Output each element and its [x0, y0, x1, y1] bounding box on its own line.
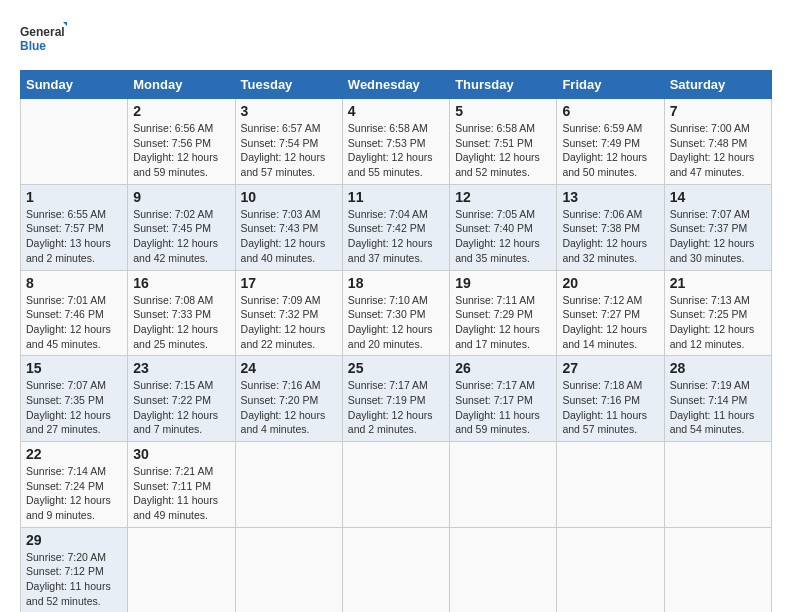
- day-info: Sunrise: 7:03 AM Sunset: 7:43 PM Dayligh…: [241, 207, 337, 266]
- day-info: Sunrise: 7:18 AM Sunset: 7:16 PM Dayligh…: [562, 378, 658, 437]
- day-number: 25: [348, 360, 444, 376]
- calendar-cell: 9Sunrise: 7:02 AM Sunset: 7:45 PM Daylig…: [128, 184, 235, 270]
- day-info: Sunrise: 6:58 AM Sunset: 7:53 PM Dayligh…: [348, 121, 444, 180]
- day-info: Sunrise: 6:59 AM Sunset: 7:49 PM Dayligh…: [562, 121, 658, 180]
- calendar-cell: [450, 527, 557, 612]
- calendar-cell: 2Sunrise: 6:56 AM Sunset: 7:56 PM Daylig…: [128, 99, 235, 185]
- day-number: 21: [670, 275, 766, 291]
- calendar-cell: 10Sunrise: 7:03 AM Sunset: 7:43 PM Dayli…: [235, 184, 342, 270]
- day-info: Sunrise: 7:08 AM Sunset: 7:33 PM Dayligh…: [133, 293, 229, 352]
- calendar-cell: [235, 527, 342, 612]
- day-info: Sunrise: 7:07 AM Sunset: 7:35 PM Dayligh…: [26, 378, 122, 437]
- calendar-cell: 21Sunrise: 7:13 AM Sunset: 7:25 PM Dayli…: [664, 270, 771, 356]
- day-number: 10: [241, 189, 337, 205]
- calendar-cell: 6Sunrise: 6:59 AM Sunset: 7:49 PM Daylig…: [557, 99, 664, 185]
- calendar-cell: 8Sunrise: 7:01 AM Sunset: 7:46 PM Daylig…: [21, 270, 128, 356]
- calendar-cell: [21, 99, 128, 185]
- header-day-thursday: Thursday: [450, 71, 557, 99]
- day-number: 2: [133, 103, 229, 119]
- calendar-cell: 25Sunrise: 7:17 AM Sunset: 7:19 PM Dayli…: [342, 356, 449, 442]
- calendar-cell: 11Sunrise: 7:04 AM Sunset: 7:42 PM Dayli…: [342, 184, 449, 270]
- logo: General Blue: [20, 20, 70, 60]
- calendar-table: SundayMondayTuesdayWednesdayThursdayFrid…: [20, 70, 772, 612]
- day-info: Sunrise: 6:55 AM Sunset: 7:57 PM Dayligh…: [26, 207, 122, 266]
- calendar-row-2: 8Sunrise: 7:01 AM Sunset: 7:46 PM Daylig…: [21, 270, 772, 356]
- day-info: Sunrise: 7:07 AM Sunset: 7:37 PM Dayligh…: [670, 207, 766, 266]
- day-number: 29: [26, 532, 122, 548]
- calendar-cell: 17Sunrise: 7:09 AM Sunset: 7:32 PM Dayli…: [235, 270, 342, 356]
- day-number: 22: [26, 446, 122, 462]
- day-number: 19: [455, 275, 551, 291]
- calendar-cell: 30Sunrise: 7:21 AM Sunset: 7:11 PM Dayli…: [128, 442, 235, 528]
- day-info: Sunrise: 7:02 AM Sunset: 7:45 PM Dayligh…: [133, 207, 229, 266]
- day-info: Sunrise: 7:13 AM Sunset: 7:25 PM Dayligh…: [670, 293, 766, 352]
- day-info: Sunrise: 6:57 AM Sunset: 7:54 PM Dayligh…: [241, 121, 337, 180]
- day-number: 28: [670, 360, 766, 376]
- calendar-cell: [235, 442, 342, 528]
- day-number: 24: [241, 360, 337, 376]
- calendar-cell: 13Sunrise: 7:06 AM Sunset: 7:38 PM Dayli…: [557, 184, 664, 270]
- header-day-sunday: Sunday: [21, 71, 128, 99]
- calendar-cell: 16Sunrise: 7:08 AM Sunset: 7:33 PM Dayli…: [128, 270, 235, 356]
- day-number: 26: [455, 360, 551, 376]
- calendar-cell: [664, 442, 771, 528]
- header-day-wednesday: Wednesday: [342, 71, 449, 99]
- header-day-friday: Friday: [557, 71, 664, 99]
- day-number: 20: [562, 275, 658, 291]
- day-info: Sunrise: 7:15 AM Sunset: 7:22 PM Dayligh…: [133, 378, 229, 437]
- day-info: Sunrise: 7:09 AM Sunset: 7:32 PM Dayligh…: [241, 293, 337, 352]
- day-number: 4: [348, 103, 444, 119]
- calendar-cell: [664, 527, 771, 612]
- calendar-cell: 28Sunrise: 7:19 AM Sunset: 7:14 PM Dayli…: [664, 356, 771, 442]
- day-number: 14: [670, 189, 766, 205]
- calendar-cell: 22Sunrise: 7:14 AM Sunset: 7:24 PM Dayli…: [21, 442, 128, 528]
- day-number: 8: [26, 275, 122, 291]
- day-info: Sunrise: 7:11 AM Sunset: 7:29 PM Dayligh…: [455, 293, 551, 352]
- calendar-row-3: 15Sunrise: 7:07 AM Sunset: 7:35 PM Dayli…: [21, 356, 772, 442]
- day-number: 11: [348, 189, 444, 205]
- header-day-tuesday: Tuesday: [235, 71, 342, 99]
- svg-text:General: General: [20, 25, 65, 39]
- calendar-cell: [342, 527, 449, 612]
- calendar-cell: 24Sunrise: 7:16 AM Sunset: 7:20 PM Dayli…: [235, 356, 342, 442]
- calendar-cell: [342, 442, 449, 528]
- header-day-saturday: Saturday: [664, 71, 771, 99]
- day-info: Sunrise: 7:12 AM Sunset: 7:27 PM Dayligh…: [562, 293, 658, 352]
- calendar-cell: 27Sunrise: 7:18 AM Sunset: 7:16 PM Dayli…: [557, 356, 664, 442]
- calendar-cell: [557, 527, 664, 612]
- calendar-cell: 29Sunrise: 7:20 AM Sunset: 7:12 PM Dayli…: [21, 527, 128, 612]
- calendar-cell: 7Sunrise: 7:00 AM Sunset: 7:48 PM Daylig…: [664, 99, 771, 185]
- day-info: Sunrise: 7:20 AM Sunset: 7:12 PM Dayligh…: [26, 550, 122, 609]
- day-number: 9: [133, 189, 229, 205]
- calendar-cell: 4Sunrise: 6:58 AM Sunset: 7:53 PM Daylig…: [342, 99, 449, 185]
- day-number: 12: [455, 189, 551, 205]
- calendar-cell: 12Sunrise: 7:05 AM Sunset: 7:40 PM Dayli…: [450, 184, 557, 270]
- calendar-header-row: SundayMondayTuesdayWednesdayThursdayFrid…: [21, 71, 772, 99]
- calendar-row-5: 29Sunrise: 7:20 AM Sunset: 7:12 PM Dayli…: [21, 527, 772, 612]
- day-number: 18: [348, 275, 444, 291]
- calendar-cell: 14Sunrise: 7:07 AM Sunset: 7:37 PM Dayli…: [664, 184, 771, 270]
- day-info: Sunrise: 7:16 AM Sunset: 7:20 PM Dayligh…: [241, 378, 337, 437]
- calendar-cell: 15Sunrise: 7:07 AM Sunset: 7:35 PM Dayli…: [21, 356, 128, 442]
- day-info: Sunrise: 7:19 AM Sunset: 7:14 PM Dayligh…: [670, 378, 766, 437]
- header-day-monday: Monday: [128, 71, 235, 99]
- calendar-cell: 3Sunrise: 6:57 AM Sunset: 7:54 PM Daylig…: [235, 99, 342, 185]
- day-number: 27: [562, 360, 658, 376]
- day-info: Sunrise: 7:10 AM Sunset: 7:30 PM Dayligh…: [348, 293, 444, 352]
- calendar-cell: 5Sunrise: 6:58 AM Sunset: 7:51 PM Daylig…: [450, 99, 557, 185]
- day-number: 3: [241, 103, 337, 119]
- day-info: Sunrise: 7:14 AM Sunset: 7:24 PM Dayligh…: [26, 464, 122, 523]
- calendar-cell: 1Sunrise: 6:55 AM Sunset: 7:57 PM Daylig…: [21, 184, 128, 270]
- calendar-row-4: 22Sunrise: 7:14 AM Sunset: 7:24 PM Dayli…: [21, 442, 772, 528]
- calendar-cell: [557, 442, 664, 528]
- day-number: 30: [133, 446, 229, 462]
- day-info: Sunrise: 7:01 AM Sunset: 7:46 PM Dayligh…: [26, 293, 122, 352]
- day-number: 23: [133, 360, 229, 376]
- calendar-cell: 20Sunrise: 7:12 AM Sunset: 7:27 PM Dayli…: [557, 270, 664, 356]
- day-number: 16: [133, 275, 229, 291]
- calendar-cell: [128, 527, 235, 612]
- day-info: Sunrise: 6:58 AM Sunset: 7:51 PM Dayligh…: [455, 121, 551, 180]
- svg-text:Blue: Blue: [20, 39, 46, 53]
- calendar-row-1: 1Sunrise: 6:55 AM Sunset: 7:57 PM Daylig…: [21, 184, 772, 270]
- day-number: 6: [562, 103, 658, 119]
